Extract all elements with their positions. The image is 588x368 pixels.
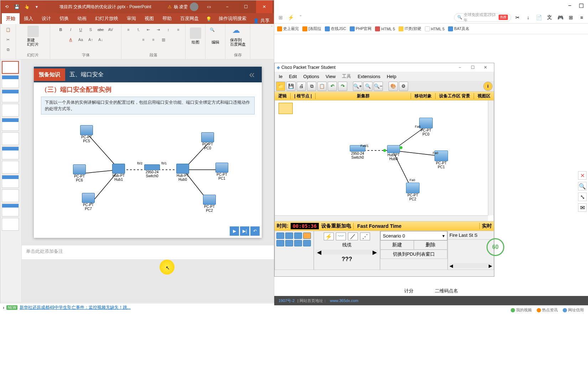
slide-thumb[interactable] [2, 118, 19, 131]
tab-home[interactable]: 开始 [2, 13, 20, 24]
download-icon[interactable]: ↓ [525, 14, 532, 21]
font-size-up-icon[interactable]: A↑ [87, 35, 95, 44]
game-icon[interactable]: 🎮 [557, 14, 564, 21]
news-chevron-icon[interactable]: › [3, 305, 4, 310]
root-node-button[interactable]: | 根节点 | [291, 93, 316, 99]
slide-thumb[interactable] [2, 104, 19, 117]
cut-icon[interactable]: ✂ [514, 14, 521, 21]
copy-button[interactable]: ⧉ [307, 82, 316, 91]
user-name[interactable]: 杨 凌雯 [174, 4, 188, 10]
menu-tools[interactable]: 工具 [339, 72, 354, 80]
tab-view[interactable]: 视图 [140, 13, 158, 24]
move-object-button[interactable]: 移动对象 [411, 93, 436, 99]
fast-forward-button[interactable]: Fast Forward Time [354, 223, 405, 229]
bookmark-item[interactable]: 在线JSC [325, 26, 346, 31]
realtime-button[interactable]: 实时 [479, 223, 494, 229]
tab-slideshow[interactable]: 幻灯片放映 [91, 13, 123, 24]
chevron-down-icon[interactable]: ˇ [297, 14, 304, 21]
qrcode-link[interactable]: 二维码点名 [435, 288, 458, 294]
bold-button[interactable]: B [57, 25, 65, 34]
pdu-scrollbar[interactable]: ◀▶ [449, 263, 492, 268]
info-button[interactable]: i [483, 82, 493, 91]
zoom-out-button[interactable]: 🔍− [374, 82, 383, 91]
ribbon-display-icon[interactable]: ▭ [201, 0, 217, 13]
tab-insert[interactable]: 插入 [20, 13, 37, 24]
paste-button[interactable]: 📋 [317, 82, 327, 91]
save-baidu-button[interactable]: ☁ 保存到 百度网盘 [230, 25, 246, 47]
tab-review[interactable]: 审阅 [123, 13, 140, 24]
close-button[interactable]: ✕ [479, 63, 492, 71]
touch-mode-icon[interactable]: 👆 [23, 3, 30, 10]
tab-tellme[interactable]: 操作说明搜索 [214, 13, 251, 24]
plugin-icon[interactable]: ⚡ [287, 14, 294, 21]
zoom-in-button[interactable]: 🔍+ [353, 82, 362, 91]
tab-animations[interactable]: 动画 [73, 13, 91, 24]
inspect-tool-icon[interactable]: 🔍 [578, 182, 587, 190]
cable-console-button[interactable]: 〰 [336, 232, 346, 240]
bookmark-item[interactable]: PHP官网 [350, 26, 372, 31]
custom-device-button[interactable]: ⚙ [399, 82, 408, 91]
slide-thumb[interactable] [2, 61, 19, 74]
device-category-button[interactable] [276, 232, 284, 239]
menu-file[interactable]: le [276, 73, 285, 80]
underline-button[interactable]: U [77, 25, 85, 34]
menu-view[interactable]: View [323, 73, 338, 80]
slide-thumb[interactable] [2, 189, 19, 202]
minimize-button[interactable]: − [453, 63, 466, 71]
align-right-icon[interactable]: ≡ [149, 35, 158, 44]
device-pc[interactable]: PC-PT PC0 [419, 118, 433, 136]
resize-tool-icon[interactable]: ⤡ [578, 193, 587, 201]
workspace-bg-button[interactable]: 设备工作区 背景 [436, 93, 474, 99]
tab-transitions[interactable]: 切换 [55, 13, 73, 24]
new-cluster-button[interactable]: 新集群 [316, 93, 411, 99]
slide-thumb[interactable] [2, 147, 19, 159]
bookmark-item[interactable]: HTML 5 [375, 26, 395, 31]
pdf-icon[interactable]: 📄 [535, 14, 542, 21]
cable-crossover-button[interactable]: ⋰ [360, 232, 370, 240]
window-minimize-icon[interactable]: − [568, 2, 574, 9]
site-url[interactable]: www.365dx.com [330, 298, 358, 303]
redo-button[interactable]: ↷ [338, 82, 347, 91]
indent-left-icon[interactable]: ⇤ [144, 25, 153, 34]
slide-canvas[interactable]: 预备知识 五、端口安全 « （三）端口安全配置实例 下面以一个具体的实例讲解端口… [34, 67, 262, 238]
cable-scrollbar[interactable]: ◀▶ [316, 250, 378, 255]
slide-edit-area[interactable]: 预备知识 五、端口安全 « （三）端口安全配置实例 下面以一个具体的实例讲解端口… [22, 60, 274, 302]
menu-edit[interactable]: Edit [286, 73, 300, 80]
paste-icon[interactable]: 📋 [4, 25, 12, 34]
viewport-button[interactable]: 视图区 [474, 93, 494, 99]
font-color-icon[interactable]: A [67, 35, 75, 44]
menu-help[interactable]: Help [384, 73, 399, 80]
print-button[interactable]: 🖨 [297, 82, 306, 91]
menu-extensions[interactable]: Extensions [355, 73, 383, 80]
delete-tool-icon[interactable]: ✕ [578, 171, 587, 180]
slide-thumb[interactable] [2, 75, 19, 88]
bookmark-item[interactable]: 史上最完 [277, 26, 299, 31]
logical-view-button[interactable]: 逻辑 [275, 93, 291, 99]
tab-baidu[interactable]: 百度网盘 [176, 13, 203, 24]
bullets-icon[interactable]: ≡ [124, 25, 133, 34]
cut-icon[interactable]: ✂ [4, 35, 12, 44]
cable-straight-button[interactable]: ／ [348, 232, 358, 240]
device-category-button[interactable] [276, 240, 284, 246]
indent-right-icon[interactable]: ⇥ [154, 25, 163, 34]
device-category-button[interactable] [294, 240, 302, 246]
slide-thumb[interactable] [2, 204, 19, 216]
bookmark-item[interactable]: IT类(软硬 [399, 26, 421, 31]
font-size-down-icon[interactable]: A↓ [97, 35, 105, 44]
line-spacing-icon[interactable]: ↕ [164, 25, 173, 34]
window-maximize-icon[interactable]: ☐ [579, 2, 585, 9]
align-center-icon[interactable]: ≡ [139, 35, 148, 44]
extensions-icon[interactable]: ⊞ [277, 14, 284, 21]
slide-thumb[interactable] [2, 218, 19, 231]
maximize-button[interactable]: ☐ [238, 0, 254, 13]
share-button[interactable]: 👤共享 [253, 17, 274, 24]
vertical-scrollbar[interactable] [488, 101, 494, 215]
open-folder-button[interactable]: 📁 [276, 82, 285, 91]
news-link[interactable]: 新华社还原成都49中学生坠亡事件：监控视频无缺失！跳... [20, 305, 130, 311]
autosave-icon[interactable]: ⟲ [3, 3, 10, 10]
slide-return-button[interactable]: ↶ [250, 226, 260, 236]
device-pc[interactable]: PC-PT PC2 [406, 183, 420, 201]
hotnews-button[interactable]: 热点资讯 [537, 307, 558, 313]
device-category-button[interactable] [294, 232, 302, 239]
change-case-icon[interactable]: Aa [77, 35, 85, 44]
